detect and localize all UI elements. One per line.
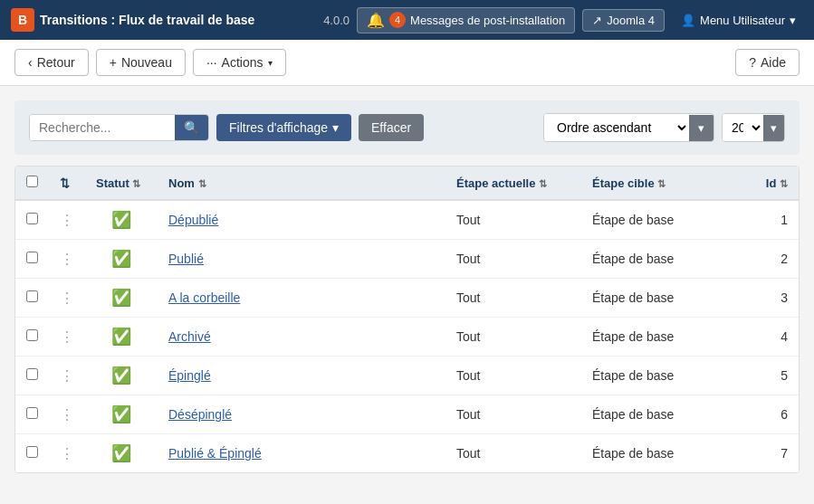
joomla-icon: ↗ [592,14,602,27]
row-id-cell: 6 [744,395,799,434]
drag-handle-icon[interactable]: ⋮ [60,290,74,306]
row-checkbox[interactable] [26,407,38,419]
row-status-cell: ✅ [85,357,158,395]
table-header-row: ⇅ Statut ⇅ Nom ⇅ Étape actuelle ⇅ [15,166,799,200]
clear-button[interactable]: Effacer [359,114,424,141]
new-label: Nouveau [121,55,172,70]
row-name-link[interactable]: Archivé [168,329,211,344]
filters-bar: 🔍 Filtres d'affichage ▾ Effacer Ordre as… [14,100,800,155]
drag-handle-icon[interactable]: ⋮ [60,407,74,423]
row-drag-cell: ⋮ [49,200,85,240]
table-row: ⋮ ✅ Archivé Tout Étape de base 4 [15,318,799,357]
notifications-button[interactable]: 🔔 4 Messages de post-installation [357,7,575,33]
row-etape-cell: Tout [445,200,581,240]
cible-sort-icon: ⇅ [657,178,666,189]
row-name-cell: Publié & Épinglé [158,434,445,473]
status-check-icon[interactable]: ✅ [111,211,131,229]
search-button[interactable]: 🔍 [175,115,208,140]
row-drag-cell: ⋮ [49,434,85,473]
row-checkbox-cell [15,395,49,434]
name-sort-icon: ⇅ [198,178,206,189]
row-cible-cell: Étape de base [581,279,744,318]
user-icon: 👤 [681,14,695,27]
col-status-header[interactable]: Statut ⇅ [85,166,158,200]
clear-label: Effacer [371,120,411,135]
status-check-icon[interactable]: ✅ [111,328,131,346]
status-check-icon[interactable]: ✅ [111,405,131,423]
row-checkbox[interactable] [26,290,38,302]
status-check-icon[interactable]: ✅ [111,250,131,268]
col-name-header[interactable]: Nom ⇅ [158,166,445,200]
row-drag-cell: ⋮ [49,357,85,395]
page-size-wrapper: 20 ▾ [722,113,785,142]
row-checkbox[interactable] [26,329,38,341]
col-id-header[interactable]: Id ⇅ [744,166,799,200]
row-etape-cell: Tout [445,279,581,318]
row-status-cell: ✅ [85,434,158,473]
plus-icon: + [110,55,117,70]
page-size-arrow-button[interactable]: ▾ [763,115,784,141]
search-input[interactable] [30,115,175,140]
select-all-checkbox[interactable] [26,176,38,187]
row-checkbox[interactable] [26,446,38,458]
row-name-link[interactable]: Épinglé [168,368,211,383]
row-id-cell: 3 [744,279,799,318]
row-cible-cell: Étape de base [581,240,744,279]
table-row: ⋮ ✅ Publié Tout Étape de base 2 [15,240,799,279]
etape-col-label: Étape actuelle [456,176,535,190]
row-name-cell: Archivé [158,318,445,357]
col-etape-header[interactable]: Étape actuelle ⇅ [445,166,581,200]
help-button[interactable]: ? Aide [735,49,800,76]
status-sort-icon: ⇅ [132,178,140,189]
sort-direction-button[interactable]: ▾ [689,115,713,141]
row-drag-cell: ⋮ [49,279,85,318]
row-name-cell: Publié [158,240,445,279]
drag-handle-icon[interactable]: ⋮ [60,446,74,461]
row-checkbox[interactable] [26,213,38,224]
row-name-link[interactable]: Publié [168,252,204,266]
row-checkbox-cell [15,318,49,357]
back-button[interactable]: ‹ Retour [14,49,89,76]
user-menu-button[interactable]: 👤 Menu Utilisateur ▾ [674,10,803,31]
filter-label: Filtres d'affichage [229,120,328,135]
drag-handle-icon[interactable]: ⋮ [60,329,74,345]
drag-handle-icon[interactable]: ⋮ [60,252,74,267]
new-button[interactable]: + Nouveau [96,49,186,76]
sort-arrow-icon: ▾ [698,121,704,135]
row-etape-cell: Tout [445,434,581,473]
drag-handle-icon[interactable]: ⋮ [60,368,74,384]
search-icon: 🔍 [184,120,199,135]
search-wrapper: 🔍 [29,114,209,141]
row-drag-cell: ⋮ [49,395,85,434]
row-name-link[interactable]: Désépinglé [168,407,232,422]
row-status-cell: ✅ [85,279,158,318]
chevron-down-icon: ▾ [332,120,339,135]
dots-icon: ··· [206,55,217,70]
page-size-select[interactable]: 20 [723,114,763,141]
chevron-down-icon: ▾ [268,58,273,68]
status-check-icon[interactable]: ✅ [111,289,131,307]
row-name-link[interactable]: Publié & Épinglé [168,446,262,461]
row-name-cell: Épinglé [158,357,445,395]
status-check-icon[interactable]: ✅ [111,366,131,385]
row-name-link[interactable]: A la corbeille [168,290,240,305]
col-cible-header[interactable]: Étape cible ⇅ [581,166,744,200]
status-check-icon[interactable]: ✅ [111,444,131,462]
row-checkbox-cell [15,434,49,473]
row-id-cell: 7 [744,434,799,473]
row-checkbox[interactable] [26,368,38,380]
filter-display-button[interactable]: Filtres d'affichage ▾ [216,114,351,141]
sort-wrapper: Ordre ascendant ▾ [543,113,714,142]
sort-select[interactable]: Ordre ascendant [544,114,689,141]
page-title: Transitions : Flux de travail de base [40,13,254,27]
row-id-cell: 2 [744,240,799,279]
row-name-link[interactable]: Dépublié [168,213,218,227]
back-label: Retour [37,55,75,70]
joomla-button[interactable]: ↗ Joomla 4 [582,9,665,32]
row-status-cell: ✅ [85,240,158,279]
table-row: ⋮ ✅ Désépinglé Tout Étape de base 6 [15,395,799,434]
row-checkbox[interactable] [26,252,38,263]
drag-handle-icon[interactable]: ⋮ [60,213,74,228]
actions-button[interactable]: ··· Actions ▾ [193,49,286,76]
top-navbar: B Transitions : Flux de travail de base … [0,0,814,40]
